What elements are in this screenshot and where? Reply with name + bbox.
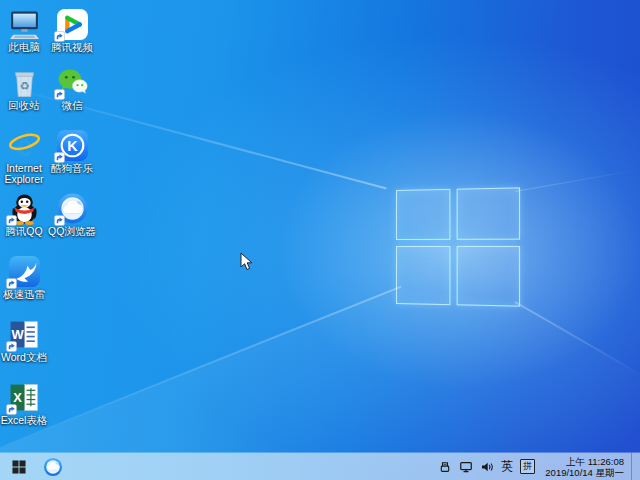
qq-browser-icon <box>56 192 89 225</box>
shortcut-arrow-icon <box>54 89 65 100</box>
shortcut-arrow-icon <box>54 31 65 42</box>
ime-pinyin-icon[interactable]: 拼 <box>520 459 535 474</box>
volume-icon[interactable] <box>480 460 494 474</box>
windows-start-icon <box>12 460 26 474</box>
windows-logo-pane <box>396 189 450 240</box>
desktop-icon-thunder[interactable]: 极速迅雷 <box>0 255 48 300</box>
recycle-bin-icon <box>8 66 41 99</box>
desktop-icon-internet-explorer[interactable]: Internet Explorer <box>0 129 48 185</box>
tencent-qq-icon <box>8 192 41 225</box>
desktop-icon-label: Excel表格 <box>0 415 48 426</box>
shortcut-arrow-icon <box>6 215 17 226</box>
show-desktop-button[interactable] <box>631 453 637 480</box>
shortcut-arrow-icon <box>6 341 17 352</box>
system-tray: 英 拼 上午 11:26:08 2019/10/14 星期一 <box>438 453 640 480</box>
shortcut-arrow-icon <box>54 152 65 163</box>
wallpaper-light-ray <box>0 286 401 448</box>
kugou-music-icon <box>56 129 89 162</box>
language-indicator[interactable]: 英 <box>501 453 513 480</box>
desktop-icon-label: 微信 <box>48 100 96 111</box>
start-button[interactable] <box>0 453 38 480</box>
desktop-icon-label: Word文档 <box>0 352 48 363</box>
taskbar: 英 拼 上午 11:26:08 2019/10/14 星期一 <box>0 453 640 480</box>
taskbar-pinned-qq-browser[interactable] <box>38 453 68 480</box>
qq-browser-icon <box>43 457 63 477</box>
desktop-icon-wechat[interactable]: 微信 <box>48 66 96 111</box>
windows-logo-pane <box>396 246 450 305</box>
desktop-icon-label: 极速迅雷 <box>0 289 48 300</box>
word-icon <box>8 318 41 351</box>
clock-time: 上午 11:26:08 <box>545 456 624 467</box>
desktop-icon-kugou-music[interactable]: 酷狗音乐 <box>48 129 96 174</box>
wallpaper-windows-logo <box>396 187 520 306</box>
desktop-icon-label: 回收站 <box>0 100 48 111</box>
windows-logo-pane <box>457 187 520 240</box>
shortcut-arrow-icon <box>6 278 17 289</box>
wallpaper-light-ray <box>515 301 640 376</box>
desktop-icon-tencent-video[interactable]: 腾讯视频 <box>48 8 96 53</box>
wallpaper-light-wedge <box>0 280 640 480</box>
usb-device-icon[interactable] <box>438 460 452 474</box>
desktop-icon-word-doc[interactable]: Word文档 <box>0 318 48 363</box>
thunder-icon <box>8 255 41 288</box>
wallpaper-light-ray <box>515 169 640 192</box>
excel-icon <box>8 381 41 414</box>
taskbar-clock[interactable]: 上午 11:26:08 2019/10/14 星期一 <box>542 456 624 478</box>
network-icon[interactable] <box>459 460 473 474</box>
desktop-icon-label: 腾讯QQ <box>0 226 48 237</box>
desktop-icon-label: 腾讯视频 <box>48 42 96 53</box>
desktop-icon-qq-browser[interactable]: QQ浏览器 <box>48 192 96 237</box>
windows-logo-pane <box>457 246 520 307</box>
shortcut-arrow-icon <box>54 215 65 226</box>
desktop-icon-label: Internet Explorer <box>0 163 48 185</box>
desktop-icon-label: 此电脑 <box>0 42 48 53</box>
this-pc-icon <box>8 8 41 41</box>
desktop-icon-recycle-bin[interactable]: 回收站 <box>0 66 48 111</box>
internet-explorer-icon <box>8 129 41 162</box>
clock-date: 2019/10/14 星期一 <box>545 467 624 478</box>
desktop-icon-label: QQ浏览器 <box>48 226 96 237</box>
desktop-icon-tencent-qq[interactable]: 腾讯QQ <box>0 192 48 237</box>
wechat-icon <box>56 66 89 99</box>
desktop-icon-label: 酷狗音乐 <box>48 163 96 174</box>
mouse-cursor <box>240 252 253 271</box>
shortcut-arrow-icon <box>6 404 17 415</box>
desktop-icon-excel-sheet[interactable]: Excel表格 <box>0 381 48 426</box>
tencent-video-icon <box>56 8 89 41</box>
desktop[interactable]: 此电脑腾讯视频回收站微信Internet Explorer酷狗音乐腾讯QQQQ浏… <box>0 0 640 480</box>
desktop-icon-this-pc[interactable]: 此电脑 <box>0 8 48 53</box>
